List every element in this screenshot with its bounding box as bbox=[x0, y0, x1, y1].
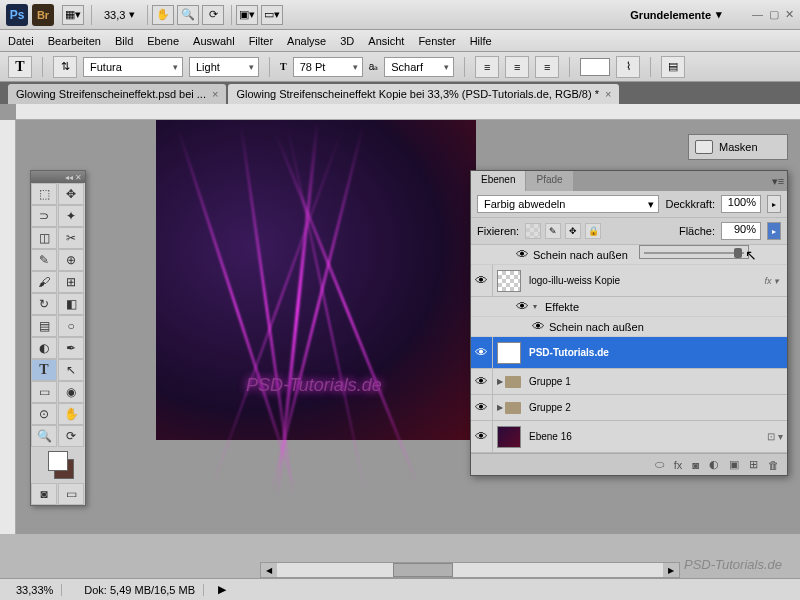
stamp-tool[interactable]: ⊞ bbox=[58, 271, 84, 293]
eyedropper-tool[interactable]: ✎ bbox=[31, 249, 57, 271]
visibility-toggle[interactable]: 👁 bbox=[471, 421, 493, 452]
brush-tool[interactable]: 🖌 bbox=[31, 271, 57, 293]
type-layer-thumbnail[interactable]: T bbox=[497, 342, 521, 364]
type-tool[interactable]: T bbox=[31, 359, 57, 381]
blur-tool[interactable]: ○ bbox=[58, 315, 84, 337]
layer-thumbnail[interactable] bbox=[497, 270, 521, 292]
view-extras-btn[interactable]: ▦▾ bbox=[62, 5, 84, 25]
align-right-btn[interactable]: ≡ bbox=[535, 56, 559, 78]
fx-badge[interactable]: fx ▾ bbox=[764, 276, 779, 286]
slice-tool[interactable]: ✂ bbox=[58, 227, 84, 249]
hand-tool-btn[interactable]: ✋ bbox=[152, 5, 174, 25]
layer-mask-icon[interactable]: ◙ bbox=[692, 459, 699, 471]
screenmode-tool[interactable]: ▭ bbox=[58, 483, 84, 505]
menu-bild[interactable]: Bild bbox=[115, 35, 133, 47]
warp-text-btn[interactable]: ⌇ bbox=[616, 56, 640, 78]
panel-menu-icon[interactable]: ▾≡ bbox=[769, 171, 787, 191]
type-tool-indicator[interactable]: T bbox=[8, 56, 32, 78]
close-tab-icon[interactable]: × bbox=[605, 88, 611, 100]
lock-position-icon[interactable]: ✥ bbox=[565, 223, 581, 239]
scrollbar-thumb[interactable] bbox=[393, 563, 453, 577]
blend-mode-dropdown[interactable]: Farbig abwedeln bbox=[477, 195, 659, 213]
history-brush-tool[interactable]: ↻ bbox=[31, 293, 57, 315]
menu-hilfe[interactable]: Hilfe bbox=[470, 35, 492, 47]
canvas[interactable]: PSD-Tutorials.de bbox=[156, 120, 476, 440]
menu-fenster[interactable]: Fenster bbox=[418, 35, 455, 47]
screen-mode-btn[interactable]: ▭▾ bbox=[261, 5, 283, 25]
opacity-input[interactable]: 100% bbox=[721, 195, 761, 213]
layer-thumbnail[interactable] bbox=[497, 426, 521, 448]
adjustment-layer-icon[interactable]: ◐ bbox=[709, 458, 719, 471]
scroll-left-icon[interactable]: ◀ bbox=[261, 563, 277, 577]
font-weight-dropdown[interactable]: Light bbox=[189, 57, 259, 77]
pen-tool[interactable]: ✒ bbox=[58, 337, 84, 359]
menu-bearbeiten[interactable]: Bearbeiten bbox=[48, 35, 101, 47]
character-panel-btn[interactable]: ▤ bbox=[661, 56, 685, 78]
horizontal-scrollbar[interactable]: ◀ ▶ bbox=[260, 562, 680, 578]
font-size-dropdown[interactable]: 78 Pt bbox=[293, 57, 363, 77]
antialias-dropdown[interactable]: Scharf bbox=[384, 57, 454, 77]
scroll-right-icon[interactable]: ▶ bbox=[663, 563, 679, 577]
effect-outer-glow-2[interactable]: Schein nach außen bbox=[549, 321, 644, 333]
visibility-toggle[interactable]: 👁 bbox=[471, 369, 493, 394]
menu-ansicht[interactable]: Ansicht bbox=[368, 35, 404, 47]
close-tab-icon[interactable]: × bbox=[212, 88, 218, 100]
menu-datei[interactable]: Datei bbox=[8, 35, 34, 47]
workspace-selector[interactable]: Grundelemente ▾ bbox=[630, 8, 722, 21]
rotate-tool[interactable]: ⟳ bbox=[58, 425, 84, 447]
fill-input[interactable]: 90% bbox=[721, 222, 761, 240]
tab-ebenen[interactable]: Ebenen bbox=[471, 171, 526, 191]
fill-arrow[interactable]: ▸ bbox=[767, 222, 781, 240]
quickmask-tool[interactable]: ◙ bbox=[31, 483, 57, 505]
arrange-btn[interactable]: ▣▾ bbox=[236, 5, 258, 25]
status-arrow-icon[interactable]: ▶ bbox=[218, 583, 226, 596]
lasso-tool[interactable]: ⊃ bbox=[31, 205, 57, 227]
align-center-btn[interactable]: ≡ bbox=[505, 56, 529, 78]
foreground-color[interactable] bbox=[48, 451, 68, 471]
delete-layer-icon[interactable]: 🗑 bbox=[768, 459, 779, 471]
layer-fx-icon[interactable]: fx bbox=[674, 459, 683, 471]
visibility-toggle[interactable]: 👁 bbox=[471, 265, 493, 296]
lock-all-icon[interactable]: 🔒 bbox=[585, 223, 601, 239]
close-icon[interactable]: ✕ bbox=[785, 8, 794, 21]
lock-transparency-icon[interactable] bbox=[525, 223, 541, 239]
link-layers-icon[interactable]: ⬭ bbox=[655, 458, 664, 471]
fill-slider-popup[interactable] bbox=[639, 245, 749, 259]
tab-pfade[interactable]: Pfade bbox=[526, 171, 573, 191]
shape-tool[interactable]: ▭ bbox=[31, 381, 57, 403]
move-tool[interactable]: ✥ bbox=[58, 183, 84, 205]
layer-psd-tutorials[interactable]: 👁 T PSD-Tutorials.de bbox=[471, 337, 787, 369]
menu-3d[interactable]: 3D bbox=[340, 35, 354, 47]
new-layer-icon[interactable]: ⊞ bbox=[749, 458, 758, 471]
layer-logo-kopie[interactable]: 👁 logo-illu-weiss Kopie fx ▾ bbox=[471, 265, 787, 297]
3d-camera-tool[interactable]: ⊙ bbox=[31, 403, 57, 425]
layer-ebene16[interactable]: 👁 Ebene 16 ⊡ ▾ bbox=[471, 421, 787, 453]
path-tool[interactable]: ↖ bbox=[58, 359, 84, 381]
gradient-tool[interactable]: ▤ bbox=[31, 315, 57, 337]
zoom-tool-btn[interactable]: 🔍 bbox=[177, 5, 199, 25]
marquee-tool[interactable]: ⬚ bbox=[31, 183, 57, 205]
masks-panel[interactable]: Masken bbox=[688, 134, 788, 160]
bridge-icon[interactable]: Br bbox=[32, 4, 54, 26]
menu-auswahl[interactable]: Auswahl bbox=[193, 35, 235, 47]
wand-tool[interactable]: ✦ bbox=[58, 205, 84, 227]
status-zoom[interactable]: 33,33% bbox=[8, 584, 62, 596]
layer-gruppe1[interactable]: 👁 ▶ Gruppe 1 bbox=[471, 369, 787, 395]
zoom-tool[interactable]: 🔍 bbox=[31, 425, 57, 447]
effect-outer-glow[interactable]: Schein nach außen bbox=[533, 249, 628, 261]
slider-thumb[interactable] bbox=[734, 248, 742, 258]
opacity-arrow[interactable]: ▸ bbox=[767, 195, 781, 213]
effects-group[interactable]: Effekte bbox=[545, 301, 579, 313]
document-tab-1[interactable]: Glowing Streifenscheineffekt.psd bei ...… bbox=[8, 84, 226, 104]
document-tab-2[interactable]: Glowing Streifenscheineffekt Kopie bei 3… bbox=[228, 84, 619, 104]
new-group-icon[interactable]: ▣ bbox=[729, 458, 739, 471]
toolbox-collapse-icon[interactable]: ◂◂ ✕ bbox=[65, 173, 82, 182]
menu-analyse[interactable]: Analyse bbox=[287, 35, 326, 47]
maximize-icon[interactable]: ▢ bbox=[769, 8, 779, 21]
eraser-tool[interactable]: ◧ bbox=[58, 293, 84, 315]
layer-gruppe2[interactable]: 👁 ▶ Gruppe 2 bbox=[471, 395, 787, 421]
text-color-swatch[interactable] bbox=[580, 58, 610, 76]
rotate-view-btn[interactable]: ⟳ bbox=[202, 5, 224, 25]
visibility-toggle[interactable]: 👁 bbox=[471, 337, 493, 368]
visibility-toggle[interactable]: 👁 bbox=[471, 395, 493, 420]
